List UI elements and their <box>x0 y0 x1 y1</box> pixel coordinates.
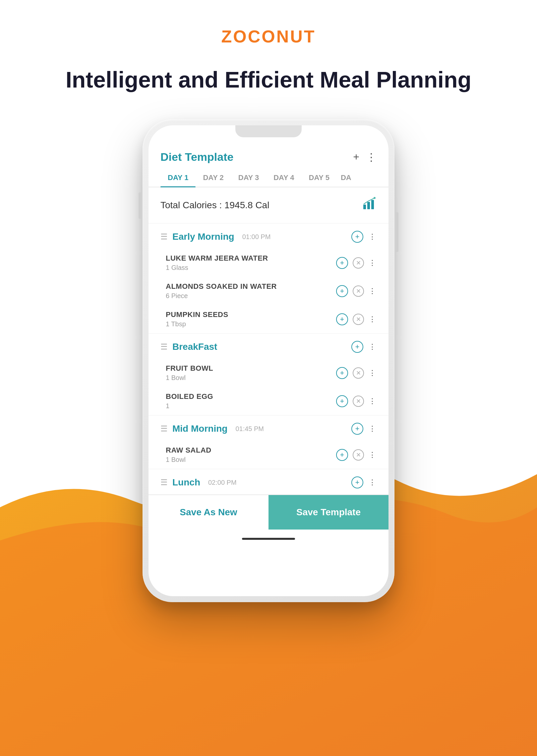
food-more-button[interactable]: ⋮ <box>369 397 377 406</box>
meal-time-mid-morning: 01:45 PM <box>235 425 264 433</box>
drag-handle-icon: ☰ <box>160 232 168 241</box>
meal-header-left: ☰ Early Morning 01:00 PM <box>160 231 270 242</box>
food-item-boiled-egg: BOILED EGG 1 + ✕ ⋮ <box>149 387 388 415</box>
food-actions: + ✕ ⋮ <box>336 257 377 269</box>
meal-header-breakfast: ☰ BreakFast + ⋮ <box>149 334 388 359</box>
meal-header-right: + ⋮ <box>351 231 377 243</box>
meal-time-early-morning: 01:00 PM <box>242 233 271 241</box>
phone-outer-shell: Diet Template + ⋮ DAY 1 DAY 2 DAY 3 DAY … <box>143 119 394 602</box>
food-actions: + ✕ ⋮ <box>336 285 377 297</box>
tab-day2[interactable]: DAY 2 <box>196 169 231 187</box>
svg-rect-2 <box>371 200 374 209</box>
food-more-button[interactable]: ⋮ <box>369 451 377 459</box>
food-actions: + ✕ ⋮ <box>336 367 377 379</box>
app-screen: Diet Template + ⋮ DAY 1 DAY 2 DAY 3 DAY … <box>149 125 388 596</box>
meal-more-button[interactable]: ⋮ <box>369 424 377 433</box>
meal-name-lunch: Lunch <box>172 477 200 488</box>
app-title: Diet Template <box>160 151 233 163</box>
add-food-button[interactable]: + <box>336 257 348 269</box>
food-qty: 6 Piece <box>166 292 336 300</box>
page-tagline: Intelligent and Efficient Meal Planning <box>0 66 537 94</box>
meal-header-lunch: ☰ Lunch 02:00 PM + ⋮ <box>149 469 388 494</box>
remove-food-button[interactable]: ✕ <box>353 396 364 407</box>
remove-food-button[interactable]: ✕ <box>353 367 364 379</box>
food-info: RAW SALAD 1 Bowl <box>166 446 336 464</box>
more-icon[interactable]: ⋮ <box>366 151 377 163</box>
phone-mockup: Diet Template + ⋮ DAY 1 DAY 2 DAY 3 DAY … <box>143 119 394 602</box>
meal-header-left: ☰ Mid Morning 01:45 PM <box>160 423 264 434</box>
food-info: PUMPKIN SEEDS 1 Tbsp <box>166 310 336 328</box>
meal-name-breakfast: BreakFast <box>172 342 217 352</box>
drag-handle-icon: ☰ <box>160 342 168 351</box>
food-more-button[interactable]: ⋮ <box>369 287 377 295</box>
meal-header-right: + ⋮ <box>351 423 377 435</box>
chart-icon[interactable] <box>362 197 377 214</box>
food-qty: 1 Bowl <box>166 374 336 382</box>
food-info: FRUIT BOWL 1 Bowl <box>166 364 336 382</box>
remove-food-button[interactable]: ✕ <box>353 314 364 325</box>
food-info: BOILED EGG 1 <box>166 392 336 410</box>
app-header: Diet Template + ⋮ <box>149 141 388 169</box>
phone-notch <box>235 125 302 137</box>
meal-header-mid-morning: ☰ Mid Morning 01:45 PM + ⋮ <box>149 415 388 441</box>
tab-day5[interactable]: DAY 5 <box>302 169 337 187</box>
meal-section-early-morning: ☰ Early Morning 01:00 PM + ⋮ LUKE WARM J… <box>149 223 388 334</box>
page-header: ZOCONUT Intelligent and Efficient Meal P… <box>0 0 537 94</box>
add-food-button[interactable]: + <box>336 313 348 325</box>
food-item-almonds: ALMONDS SOAKED IN WATER 6 Piece + ✕ ⋮ <box>149 277 388 305</box>
save-template-button[interactable]: Save Template <box>268 495 388 530</box>
meal-more-button[interactable]: ⋮ <box>369 343 377 351</box>
food-more-button[interactable]: ⋮ <box>369 369 377 377</box>
food-qty: 1 Tbsp <box>166 320 336 328</box>
food-more-button[interactable]: ⋮ <box>369 259 377 267</box>
add-meal-item-button[interactable]: + <box>351 423 363 435</box>
drag-handle-icon: ☰ <box>160 478 168 487</box>
svg-rect-0 <box>363 205 366 209</box>
meal-more-button[interactable]: ⋮ <box>369 478 377 487</box>
tab-day6-partial[interactable]: DA <box>337 169 355 187</box>
remove-food-button[interactable]: ✕ <box>353 449 364 461</box>
remove-food-button[interactable]: ✕ <box>353 257 364 269</box>
meal-section-lunch: ☰ Lunch 02:00 PM + ⋮ <box>149 469 388 495</box>
brand-logo: ZOCONUT <box>0 27 537 46</box>
add-meal-item-button[interactable]: + <box>351 231 363 243</box>
app-header-icons: + ⋮ <box>353 151 377 163</box>
meal-more-button[interactable]: ⋮ <box>369 232 377 241</box>
svg-rect-1 <box>367 202 370 209</box>
food-name: BOILED EGG <box>166 392 336 401</box>
add-food-button[interactable]: + <box>336 367 348 379</box>
meal-name-mid-morning: Mid Morning <box>172 423 227 434</box>
tab-day4[interactable]: DAY 4 <box>266 169 301 187</box>
meal-section-mid-morning: ☰ Mid Morning 01:45 PM + ⋮ RAW SALAD 1 B… <box>149 415 388 469</box>
food-info: LUKE WARM JEERA WATER 1 Glass <box>166 254 336 272</box>
meal-name-early-morning: Early Morning <box>172 231 234 242</box>
food-item-pumpkin: PUMPKIN SEEDS 1 Tbsp + ✕ ⋮ <box>149 305 388 333</box>
meal-header-left: ☰ Lunch 02:00 PM <box>160 477 237 488</box>
food-more-button[interactable]: ⋮ <box>369 315 377 324</box>
drag-handle-icon: ☰ <box>160 424 168 433</box>
meal-header-left: ☰ BreakFast <box>160 342 217 352</box>
food-actions: + ✕ ⋮ <box>336 449 377 461</box>
add-food-button[interactable]: + <box>336 285 348 297</box>
food-item-raw-salad: RAW SALAD 1 Bowl + ✕ ⋮ <box>149 441 388 469</box>
tab-day1[interactable]: DAY 1 <box>160 169 196 187</box>
food-qty: 1 Bowl <box>166 456 336 464</box>
meal-header-right: + ⋮ <box>351 341 377 353</box>
tab-day3[interactable]: DAY 3 <box>231 169 266 187</box>
food-info: ALMONDS SOAKED IN WATER 6 Piece <box>166 282 336 300</box>
save-as-new-button[interactable]: Save As New <box>149 495 268 530</box>
remove-food-button[interactable]: ✕ <box>353 285 364 297</box>
svg-point-3 <box>374 197 376 199</box>
food-name: PUMPKIN SEEDS <box>166 310 336 319</box>
food-actions: + ✕ ⋮ <box>336 395 377 407</box>
add-meal-item-button[interactable]: + <box>351 341 363 353</box>
add-food-button[interactable]: + <box>336 449 348 461</box>
bottom-buttons: Save As New Save Template <box>149 495 388 530</box>
add-icon[interactable]: + <box>353 151 359 163</box>
meal-time-lunch: 02:00 PM <box>208 479 237 486</box>
add-food-button[interactable]: + <box>336 395 348 407</box>
meal-header-early-morning: ☰ Early Morning 01:00 PM + ⋮ <box>149 223 388 249</box>
food-name: FRUIT BOWL <box>166 364 336 373</box>
add-meal-item-button[interactable]: + <box>351 476 363 488</box>
home-bar <box>242 538 295 540</box>
